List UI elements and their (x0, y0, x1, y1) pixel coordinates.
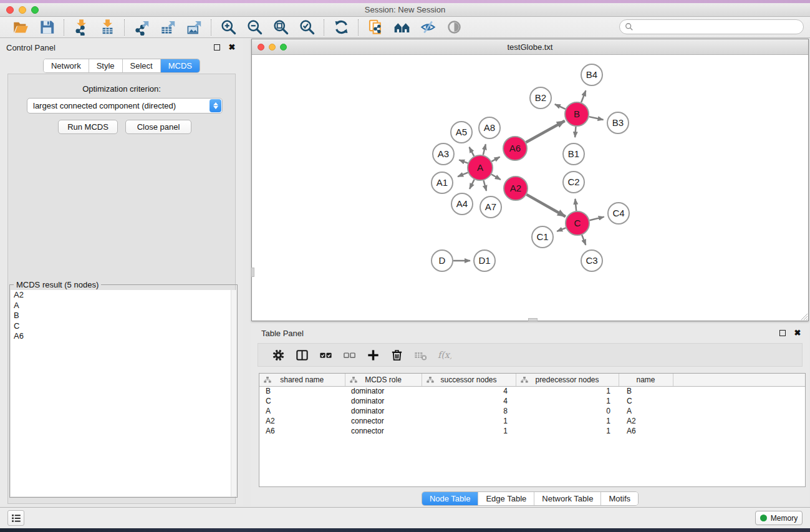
import-table-icon[interactable] (94, 18, 120, 37)
graph-edge-C-C2[interactable] (575, 199, 576, 211)
memory-button[interactable]: Memory (755, 511, 803, 525)
mcds-result-item[interactable]: B (11, 311, 236, 321)
column-header-predecessor-nodes[interactable]: predecessor nodes (516, 374, 619, 386)
select-all-icon[interactable] (314, 346, 337, 364)
hide-selected-icon[interactable] (415, 18, 441, 37)
graph-edge-A-A4[interactable] (470, 180, 475, 189)
graph-node-D1[interactable]: D1 (474, 250, 495, 271)
graph-node-B2[interactable]: B2 (530, 87, 551, 109)
graph-edge-A-A7[interactable] (483, 180, 486, 191)
graph-node-D[interactable]: D (432, 250, 453, 271)
mcds-result-item[interactable]: A6 (11, 331, 236, 342)
table-row[interactable]: Adominator80A (259, 406, 806, 416)
tab-edge-table[interactable]: Edge Table (478, 492, 534, 505)
network-canvas[interactable]: B4B2BB3A8A5A6A3B1AC2A1A2A4A7C4CC1C3DD1 (252, 55, 808, 321)
tab-style[interactable]: Style (89, 59, 122, 72)
deselect-all-icon[interactable] (338, 346, 360, 364)
close-panel-button[interactable]: Close panel (125, 120, 191, 134)
table-row[interactable]: A2connector11A2 (259, 416, 806, 426)
zoom-out-icon[interactable] (241, 18, 268, 37)
graph-edge-C-C3[interactable] (582, 235, 586, 245)
graph-edge-A-A2[interactable] (491, 175, 501, 180)
graph-node-C4[interactable]: C4 (608, 203, 629, 224)
graph-node-A5[interactable]: A5 (451, 122, 472, 143)
zoom-selected-icon[interactable] (294, 18, 320, 37)
graph-edge-C-C4[interactable] (589, 217, 604, 221)
column-header-MCDS-role[interactable]: MCDS role (345, 374, 422, 386)
graph-node-B3[interactable]: B3 (607, 112, 629, 133)
graph-node-B[interactable]: B (565, 102, 589, 126)
export-network-icon[interactable] (128, 18, 155, 37)
graph-node-A6[interactable]: A6 (503, 137, 527, 160)
graph-edge-B-B4[interactable] (581, 90, 586, 102)
export-table-icon[interactable] (155, 18, 181, 37)
criterion-select[interactable]: largest connected component (directed) (27, 98, 223, 114)
first-neighbors-icon[interactable] (362, 18, 388, 37)
export-image-icon[interactable] (181, 18, 207, 37)
column-header-shared-name[interactable]: shared name (259, 374, 345, 386)
mcds-result-item[interactable]: A2 (11, 290, 236, 301)
graph-node-C[interactable]: C (566, 211, 589, 235)
graph-node-C2[interactable]: C2 (563, 172, 584, 193)
delete-icon[interactable] (385, 346, 408, 364)
run-mcds-button[interactable]: Run MCDS (58, 120, 118, 134)
save-session-icon[interactable] (34, 18, 60, 37)
table-float-panel-icon[interactable] (778, 329, 788, 337)
float-panel-icon[interactable] (212, 43, 222, 52)
search-box[interactable] (619, 19, 804, 34)
import-network-icon[interactable] (68, 18, 94, 37)
graph-node-C3[interactable]: C3 (581, 250, 602, 271)
column-header-name[interactable]: name (619, 374, 673, 386)
graph-edge-A6-B[interactable] (526, 121, 564, 143)
graph-node-C1[interactable]: C1 (532, 226, 553, 248)
table-header-row[interactable]: shared nameMCDS rolesuccessor nodesprede… (259, 374, 806, 386)
graph-edge-B-B3[interactable] (589, 117, 604, 120)
mcds-result-list[interactable]: A2ABCA6 (11, 290, 236, 496)
mcds-result-item[interactable]: C (11, 321, 236, 332)
graph-node-A3[interactable]: A3 (433, 143, 454, 165)
table-row[interactable]: A6connector11A6 (259, 426, 806, 436)
table-row[interactable]: Cdominator41C (259, 396, 806, 406)
mcds-result-item[interactable]: A (11, 301, 236, 311)
tab-network[interactable]: Network (44, 59, 89, 72)
settings-icon[interactable] (267, 346, 289, 364)
task-history-button[interactable] (7, 510, 24, 526)
open-session-icon[interactable] (7, 18, 34, 37)
table-row[interactable]: Bdominator41B (259, 386, 806, 396)
zoom-fit-icon[interactable] (268, 18, 294, 37)
refresh-icon[interactable] (328, 18, 354, 37)
tab-network-table[interactable]: Network Table (534, 492, 600, 505)
graph-node-A4[interactable]: A4 (451, 193, 473, 215)
graph-node-A2[interactable]: A2 (504, 177, 528, 200)
resize-grip-icon[interactable] (799, 312, 808, 320)
graph-node-A[interactable]: A (468, 155, 493, 180)
tab-node-table[interactable]: Node Table (422, 492, 478, 505)
add-icon[interactable] (362, 346, 384, 364)
show-all-icon[interactable] (441, 18, 467, 37)
graph-node-B1[interactable]: B1 (563, 143, 584, 165)
tab-motifs[interactable]: Motifs (600, 492, 638, 505)
layout-icon[interactable] (388, 18, 415, 37)
columns-icon[interactable] (291, 346, 313, 364)
graph-edge-A-A1[interactable] (458, 173, 468, 177)
result-list-scrollbar[interactable] (231, 290, 236, 496)
network-window-titlebar[interactable]: testGlobe.txt (252, 39, 808, 55)
tab-mcds[interactable]: MCDS (160, 59, 200, 72)
graph-edge-C-C1[interactable] (557, 228, 566, 231)
splitter-handle-bottom[interactable] (528, 318, 538, 321)
close-panel-icon[interactable]: ✖ (227, 43, 237, 52)
column-header-successor-nodes[interactable]: successor nodes (422, 374, 516, 386)
graph-edge-B-B1[interactable] (575, 127, 576, 137)
graph-node-B4[interactable]: B4 (581, 64, 602, 85)
graph-node-A8[interactable]: A8 (479, 117, 500, 138)
graph-edge-A2-C[interactable] (526, 195, 565, 216)
tab-select[interactable]: Select (122, 59, 160, 72)
graph-edge-A-A8[interactable] (483, 144, 486, 155)
graph-node-A1[interactable]: A1 (432, 172, 453, 193)
graph-edge-A-A5[interactable] (470, 147, 475, 157)
table-close-panel-icon[interactable]: ✖ (793, 329, 803, 337)
graph-edge-B-B2[interactable] (555, 104, 566, 109)
graph-edge-A-A6[interactable] (491, 157, 499, 162)
search-input[interactable] (634, 21, 803, 33)
splitter-handle-left[interactable] (251, 268, 254, 277)
